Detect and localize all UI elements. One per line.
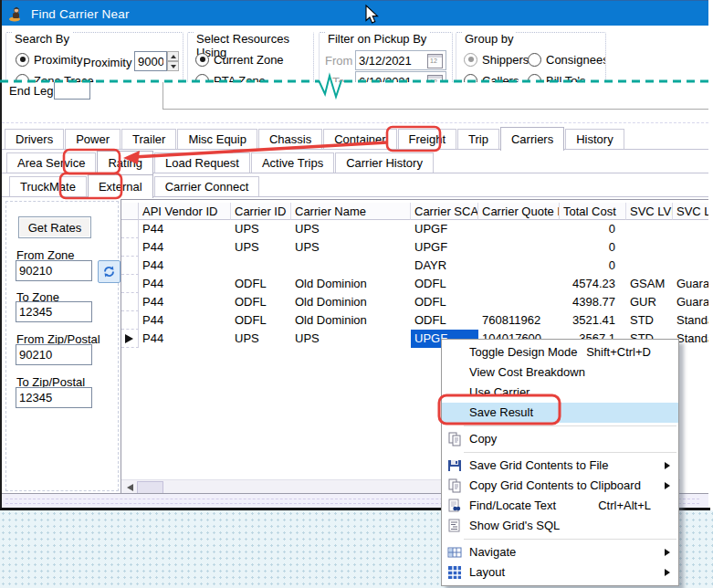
grid-cell[interactable]: P44 [139, 330, 231, 348]
menu-item-save-grid-contents-to-file[interactable]: Save Grid Contents to File [442, 456, 678, 476]
grid-cell[interactable]: Old Dominion [291, 311, 411, 330]
column-header-svc-lvl[interactable]: SVC LVL [626, 203, 673, 220]
tab-area-service[interactable]: Area Service [6, 152, 96, 173]
radio-groupby-bill-to-s[interactable]: Bill To's [528, 73, 585, 82]
tab-carriers[interactable]: Carriers [500, 127, 564, 151]
tab-history[interactable]: History [565, 129, 624, 150]
column-header-carrier-scac[interactable]: Carrier SCAC [411, 203, 478, 220]
to-date-input[interactable]: 6/10/2021 [355, 71, 446, 82]
menu-item-save-result[interactable]: Save Result [442, 403, 678, 423]
grid-cell[interactable]: STD [626, 311, 673, 330]
tab-carrier-history[interactable]: Carrier History [335, 152, 434, 173]
radio-groupby-shippers[interactable]: Shippers [464, 52, 529, 67]
column-header-carrier-id[interactable]: Carrier ID [231, 203, 291, 220]
grid-cell[interactable]: P44 [139, 220, 231, 238]
refresh-zones-button[interactable] [98, 260, 121, 283]
tab-power[interactable]: Power [65, 129, 121, 150]
grid-cell[interactable]: ODFL [231, 293, 291, 311]
menu-item-find-locate-text[interactable]: Find/Locate TextCtrl+Alt+L [442, 496, 678, 516]
end-leg-input[interactable] [54, 82, 90, 100]
grid-cell[interactable]: P44 [139, 257, 231, 275]
tab-load-request[interactable]: Load Request [154, 152, 250, 173]
from-date-input[interactable]: 3/12/2021 [355, 50, 446, 70]
grid-cell[interactable]: UPGF [411, 238, 478, 257]
radio-resources-pta-zone[interactable]: PTA Zone [195, 73, 266, 82]
tab-carrier-connect[interactable]: Carrier Connect [154, 176, 260, 197]
menu-item-view-cost-breakdown[interactable]: View Cost Breakdown [442, 362, 678, 383]
menu-item-navigate[interactable]: Navigate [442, 542, 678, 562]
grid-cell[interactable]: GUR [626, 293, 673, 311]
field-input-from-zone[interactable] [16, 260, 92, 281]
grid-cell[interactable]: 3521.41 [560, 311, 626, 330]
grid-cell[interactable]: P44 [139, 311, 231, 330]
tab-drivers[interactable]: Drivers [5, 129, 64, 150]
tab-chassis[interactable]: Chassis [258, 129, 322, 150]
column-header-api-vendor-id[interactable]: API Vendor ID [139, 203, 231, 220]
grid-cell[interactable]: ODFL [231, 275, 291, 293]
spin-down-icon[interactable] [167, 61, 179, 71]
calendar-icon[interactable] [427, 75, 443, 82]
grid-cell[interactable]: Standard [673, 311, 709, 330]
grid-cell[interactable]: P44 [139, 275, 231, 293]
scroll-left-icon[interactable] [127, 484, 133, 491]
grid-cell[interactable]: UPS [291, 238, 411, 257]
title-bar[interactable]: Find Carrier Near [2, 0, 708, 26]
get-rates-button[interactable]: Get Rates [18, 216, 91, 238]
menu-item-toggle-design-mode[interactable]: Toggle Design ModeShift+Ctrl+D [442, 342, 678, 362]
grid-cell[interactable]: 760811962 [478, 311, 560, 330]
field-input-to-zone[interactable] [16, 301, 92, 322]
grid-cell[interactable]: GSAM [626, 275, 673, 293]
grid-cell[interactable]: DAYR [411, 257, 478, 275]
tab-trip[interactable]: Trip [457, 129, 499, 150]
tab-container[interactable]: Container [323, 129, 396, 150]
grid-cell[interactable]: P44 [139, 238, 231, 257]
grid-cell[interactable]: P44 [139, 293, 231, 311]
grid-cell[interactable]: UPS [231, 238, 291, 257]
grid-cell[interactable]: 4574.23 [560, 275, 626, 293]
spin-up-icon[interactable] [167, 51, 179, 61]
grid-cell[interactable]: Guarante [673, 293, 709, 311]
radio-groupby-consignees[interactable]: Consignees [528, 52, 605, 67]
menu-item-use-carrier[interactable]: Use Carrier [442, 383, 678, 403]
tab-misc-equip[interactable]: Misc Equip [177, 129, 257, 150]
grid-cell[interactable]: UPS [231, 330, 291, 348]
grid-cell[interactable]: UPS [291, 330, 411, 348]
grid-cell[interactable]: UPS [231, 220, 291, 238]
field-input-from-zip-postal[interactable] [16, 344, 92, 365]
calendar-icon[interactable] [427, 54, 443, 68]
menu-item-copy-grid-contents-to-clipboard[interactable]: Copy Grid Contents to Clipboard [442, 476, 678, 496]
radio-searchby-zone-trace[interactable]: Zone Trace [16, 73, 94, 82]
column-header-carrier-name[interactable]: Carrier Name [291, 203, 411, 220]
radio-groupby-callers[interactable]: Callers [464, 73, 519, 82]
grid-cell[interactable]: UPS [291, 220, 411, 238]
field-input-to-zip-postal[interactable] [16, 387, 92, 408]
radio-searchby-proximity[interactable]: Proximity [16, 52, 82, 67]
tab-active-trips[interactable]: Active Trips [251, 152, 334, 173]
grid-cell[interactable]: 0 [560, 220, 626, 238]
grid-cell[interactable]: ODFL [411, 293, 478, 311]
tab-trailer[interactable]: Trailer [121, 129, 176, 150]
column-header-carrier-quote-id[interactable]: Carrier Quote ID [478, 203, 560, 220]
radio-resources-current-zone[interactable]: Current Zone [195, 52, 284, 67]
grid-cell[interactable]: ODFL [411, 311, 478, 330]
tab-rating[interactable]: Rating [97, 151, 153, 174]
grid-cell[interactable]: 0 [560, 238, 626, 257]
grid-cell[interactable]: Old Dominion [291, 293, 411, 311]
column-header-total-cost[interactable]: Total Cost [560, 203, 626, 220]
grid-cell[interactable]: Guarante [673, 275, 709, 293]
menu-item-show-grid-s-sql[interactable]: Show Grid's SQL [442, 516, 678, 536]
grid-cell[interactable]: 0 [560, 257, 626, 275]
menu-item-layout[interactable]: Layout [442, 562, 678, 583]
proximity-input[interactable] [134, 51, 167, 71]
scrollbar-thumb[interactable] [137, 481, 163, 494]
menu-item-copy[interactable]: Copy [442, 429, 678, 449]
tab-external[interactable]: External [88, 174, 153, 198]
grid-cell[interactable]: ODFL [411, 275, 478, 293]
tab-freight[interactable]: Freight [398, 129, 456, 150]
grid-cell[interactable]: 4398.77 [560, 293, 626, 311]
grid-cell[interactable]: Old Dominion [291, 275, 411, 293]
grid-cell[interactable]: ODFL [231, 311, 291, 330]
column-header-svc-lvl-d[interactable]: SVC LVL D [673, 203, 709, 220]
grid-cell[interactable]: UPGF [411, 220, 478, 238]
tab-truckmate[interactable]: TruckMate [9, 176, 87, 197]
